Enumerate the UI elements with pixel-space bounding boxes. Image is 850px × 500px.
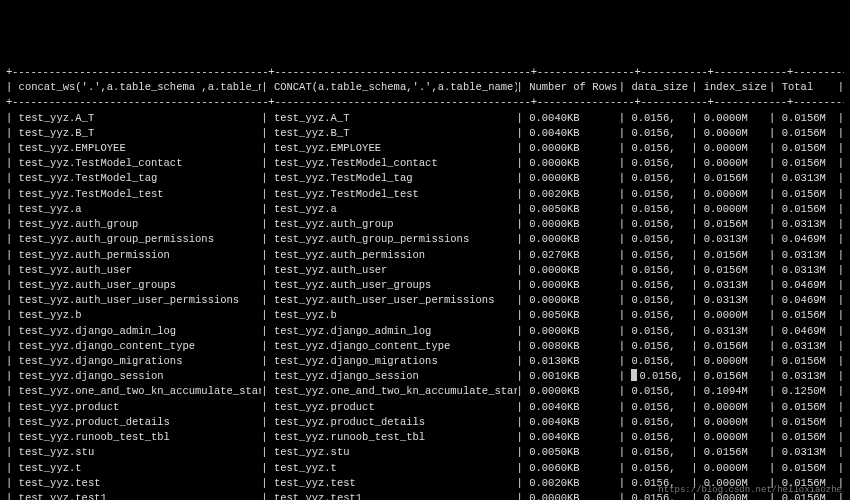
cell-c1: test_yyz.django_session xyxy=(19,369,262,384)
cell-c1: test_yyz.auth_group_permissions xyxy=(19,232,262,247)
cell-c3: 0.0130KB xyxy=(529,354,619,369)
table-row: | test_yyz.django_session | test_yyz.dja… xyxy=(6,369,844,384)
cell-c1: test_yyz.a xyxy=(19,202,262,217)
cell-c4: 0.0156, xyxy=(631,324,691,339)
cell-c3: 0.0040KB xyxy=(529,111,619,126)
cell-c1: test_yyz.TestModel_tag xyxy=(19,171,262,186)
cell-c4: 0.0156, xyxy=(631,308,691,323)
cell-c4: 0.0156, xyxy=(631,415,691,430)
cell-c3: 0.0000KB xyxy=(529,141,619,156)
cell-c3: 0.0040KB xyxy=(529,430,619,445)
cell-c3: 0.0020KB xyxy=(529,187,619,202)
cell-c1: test_yyz.test1 xyxy=(19,491,262,500)
cell-c2: test_yyz.runoob_test_tbl xyxy=(274,430,517,445)
cell-c6: 0.0313M xyxy=(782,369,838,384)
table-row: | test_yyz.A_T | test_yyz.A_T | 0.0040KB… xyxy=(6,111,844,126)
cell-c1: test_yyz.auth_user_groups xyxy=(19,278,262,293)
cell-c5: 0.0000M xyxy=(704,187,769,202)
table-row: | test_yyz.runoob_test_tbl | test_yyz.ru… xyxy=(6,430,844,445)
table-row: | test_yyz.product | test_yyz.product | … xyxy=(6,400,844,415)
cell-c5: 0.0000M xyxy=(704,156,769,171)
cell-c6: 0.0313M xyxy=(782,263,838,278)
cell-c3: 0.0050KB xyxy=(529,202,619,217)
cell-c4: 0.0156, xyxy=(631,232,691,247)
cell-c6: 0.0156M xyxy=(782,461,838,476)
cell-c1: test_yyz.product_details xyxy=(19,415,262,430)
cell-c3: 0.0000KB xyxy=(529,278,619,293)
cell-c1: test_yyz.product xyxy=(19,400,262,415)
cell-c4: 0.0156, xyxy=(631,126,691,141)
cell-c3: 0.0050KB xyxy=(529,308,619,323)
cell-c4: 0.0156, xyxy=(631,217,691,232)
cell-c3: 0.0010KB xyxy=(529,369,619,384)
cell-c5: 0.0000M xyxy=(704,430,769,445)
table-row: | test_yyz.auth_permission | test_yyz.au… xyxy=(6,248,844,263)
cell-c5: 0.0313M xyxy=(704,232,769,247)
cell-c6: 0.0156M xyxy=(782,354,838,369)
cell-c4: 0.0156, xyxy=(631,445,691,460)
cell-c3: 0.0000KB xyxy=(529,156,619,171)
cell-c2: test_yyz.auth_group_permissions xyxy=(274,232,517,247)
text-cursor xyxy=(631,369,637,381)
cell-c5: 0.0000M xyxy=(704,400,769,415)
cell-c2: test_yyz.TestModel_tag xyxy=(274,171,517,186)
cell-c3: 0.0040KB xyxy=(529,415,619,430)
cell-c1: test_yyz.auth_user xyxy=(19,263,262,278)
cell-c1: test_yyz.auth_user_user_permissions xyxy=(19,293,262,308)
cell-c1: test_yyz.one_and_two_kn_accumulate_stars xyxy=(19,384,262,399)
cell-c1: test_yyz.B_T xyxy=(19,126,262,141)
cell-c2: test_yyz.a xyxy=(274,202,517,217)
cell-c6: 0.0313M xyxy=(782,248,838,263)
cell-c2: test_yyz.auth_user_groups xyxy=(274,278,517,293)
table-row: | test_yyz.TestModel_test | test_yyz.Tes… xyxy=(6,187,844,202)
cell-c2: test_yyz.stu xyxy=(274,445,517,460)
cell-c3: 0.0020KB xyxy=(529,476,619,491)
cell-c4: 0.0156, xyxy=(631,461,691,476)
cell-c6: 0.0156M xyxy=(782,187,838,202)
cell-c5: 0.1094M xyxy=(704,384,769,399)
cell-c1: test_yyz.auth_group xyxy=(19,217,262,232)
cell-c6: 0.0156M xyxy=(782,400,838,415)
cell-c2: test_yyz.t xyxy=(274,461,517,476)
cell-c6: 0.0156M xyxy=(782,126,838,141)
cell-c3: 0.0040KB xyxy=(529,400,619,415)
cell-c5: 0.0156M xyxy=(704,217,769,232)
cell-c6: 0.0156M xyxy=(782,156,838,171)
cell-c5: 0.0156M xyxy=(704,339,769,354)
table-row: | test_yyz.a | test_yyz.a | 0.0050KB | 0… xyxy=(6,202,844,217)
cell-c2: test_yyz.django_session xyxy=(274,369,517,384)
cell-c1: test_yyz.test xyxy=(19,476,262,491)
cell-c2: test_yyz.EMPLOYEE xyxy=(274,141,517,156)
table-row: | test_yyz.TestModel_tag | test_yyz.Test… xyxy=(6,171,844,186)
cell-c3: 0.0000KB xyxy=(529,232,619,247)
cell-c4: 0.0156, xyxy=(631,384,691,399)
col-header-c1: concat_ws('.',a.table_schema ,a.table_na xyxy=(19,80,262,95)
table-row: | test_yyz.one_and_two_kn_accumulate_sta… xyxy=(6,384,844,399)
cell-c1: test_yyz.django_content_type xyxy=(19,339,262,354)
cell-c5: 0.0000M xyxy=(704,308,769,323)
cell-c2: test_yyz.product xyxy=(274,400,517,415)
cell-c4: 0.0156, xyxy=(631,430,691,445)
cell-c5: 0.0000M xyxy=(704,354,769,369)
table-row: | test_yyz.auth_user_groups | test_yyz.a… xyxy=(6,278,844,293)
cell-c4: 0.0156, xyxy=(631,248,691,263)
cell-c1: test_yyz.A_T xyxy=(19,111,262,126)
cell-c5: 0.0313M xyxy=(704,278,769,293)
cell-c5: 0.0000M xyxy=(704,461,769,476)
cell-c3: 0.0000KB xyxy=(529,217,619,232)
cell-c2: test_yyz.b xyxy=(274,308,517,323)
table-row: | test_yyz.auth_group_permissions | test… xyxy=(6,232,844,247)
cell-c1: test_yyz.stu xyxy=(19,445,262,460)
cell-c6: 0.0469M xyxy=(782,232,838,247)
cell-c4: 0.0156, xyxy=(631,278,691,293)
cell-c6: 0.0469M xyxy=(782,293,838,308)
cell-c2: test_yyz.TestModel_contact xyxy=(274,156,517,171)
cell-c4: 0.0156, xyxy=(631,187,691,202)
col-header-c2: CONCAT(a.table_schema,'.',a.table_name) xyxy=(274,80,517,95)
col-header-c3: Number of Rows xyxy=(529,80,619,95)
cell-c1: test_yyz.django_admin_log xyxy=(19,324,262,339)
cell-c2: test_yyz.django_migrations xyxy=(274,354,517,369)
cell-c2: test_yyz.B_T xyxy=(274,126,517,141)
table-header-row: | concat_ws('.',a.table_schema ,a.table_… xyxy=(6,80,844,95)
cell-c1: test_yyz.runoob_test_tbl xyxy=(19,430,262,445)
